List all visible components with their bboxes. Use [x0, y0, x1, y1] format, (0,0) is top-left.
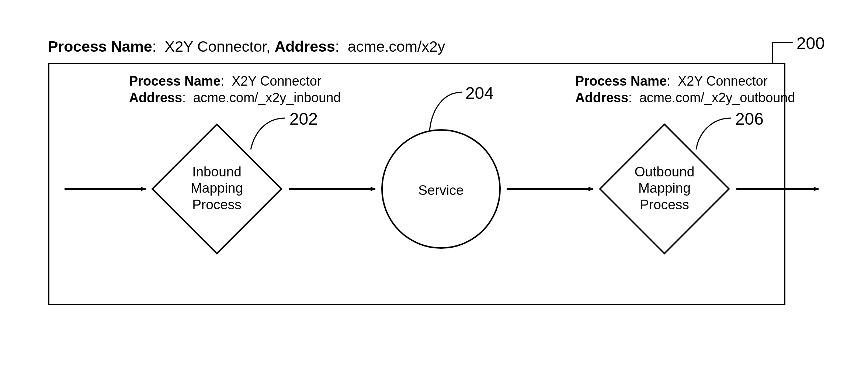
outbound-address-label: Address — [575, 90, 628, 105]
outbound-info-block: Process Name: X2Y Connector Address: acm… — [575, 73, 795, 106]
service-circle-text: Service — [410, 182, 472, 199]
outbound-address-row: Address: acme.com/_x2y_outbound — [575, 89, 795, 106]
inbound-diamond-line2: Mapping — [176, 180, 257, 196]
header-comma: , — [266, 38, 275, 55]
outbound-diamond-line2: Mapping — [620, 180, 709, 196]
diagram-canvas: Process Name: X2Y Connector, Address: ac… — [0, 0, 868, 379]
callout-200: 200 — [796, 33, 825, 53]
header-address-label: Address — [275, 38, 335, 55]
header-process-name-label: Process Name — [48, 38, 152, 55]
inbound-info-block: Process Name: X2Y Connector Address: acm… — [129, 73, 341, 106]
outbound-process-name-value: X2Y Connector — [678, 73, 768, 89]
service-label: Service — [410, 182, 472, 199]
callout-202: 202 — [289, 109, 318, 129]
outbound-process-name-label: Process Name — [575, 73, 667, 89]
container-header: Process Name: X2Y Connector, Address: ac… — [48, 38, 445, 55]
inbound-address-value: acme.com/_x2y_inbound — [193, 90, 341, 105]
outbound-address-value: acme.com/_x2y_outbound — [639, 90, 795, 105]
leader-200 — [772, 42, 793, 63]
header-process-name-value: X2Y Connector — [165, 38, 266, 55]
outbound-process-name-row: Process Name: X2Y Connector — [575, 73, 795, 89]
outbound-diamond-line3: Process — [620, 197, 709, 213]
inbound-diamond-line1: Inbound — [176, 164, 257, 180]
header-colon-1: : — [152, 38, 165, 55]
inbound-diamond-text: Inbound Mapping Process — [176, 164, 257, 213]
inbound-address-label: Address — [129, 90, 182, 105]
inbound-process-name-label: Process Name — [129, 73, 221, 89]
header-address-value: acme.com/x2y — [348, 38, 445, 55]
outbound-diamond-line1: Outbound — [620, 164, 709, 180]
inbound-diamond-line3: Process — [176, 197, 257, 213]
inbound-process-name-row: Process Name: X2Y Connector — [129, 73, 341, 89]
callout-206: 206 — [735, 109, 764, 129]
outbound-diamond-text: Outbound Mapping Process — [620, 164, 709, 213]
header-colon-2: : — [335, 38, 348, 55]
inbound-address-row: Address: acme.com/_x2y_inbound — [129, 89, 341, 106]
callout-204: 204 — [465, 83, 494, 103]
inbound-process-name-value: X2Y Connector — [232, 73, 322, 89]
